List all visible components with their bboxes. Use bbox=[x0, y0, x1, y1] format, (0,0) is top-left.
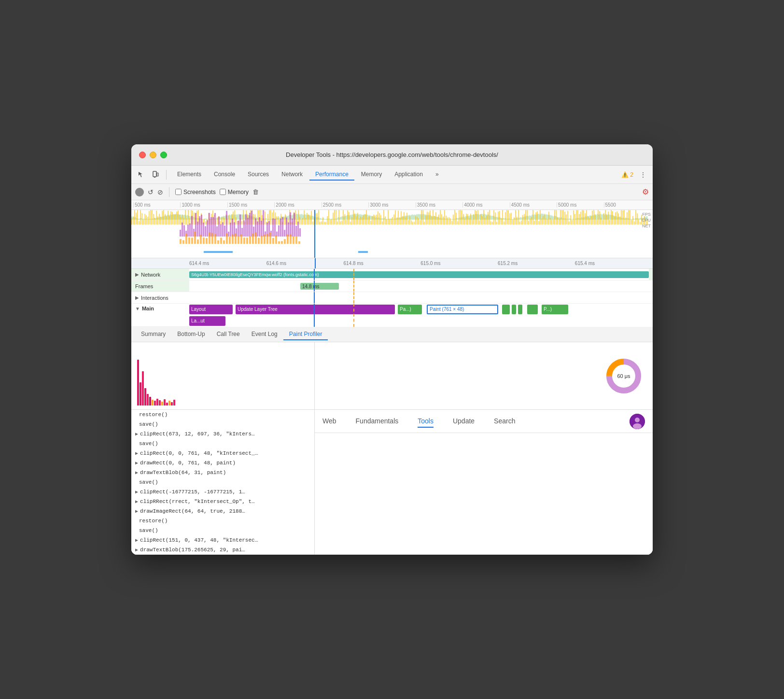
tab-call-tree[interactable]: Call Tree bbox=[211, 329, 246, 340]
interactions-label[interactable]: ▶ Interactions bbox=[131, 295, 189, 301]
profiler-bar-7 bbox=[152, 400, 154, 405]
tab-application[interactable]: Application bbox=[389, 169, 429, 181]
cmd-text-13: save() bbox=[139, 528, 158, 533]
tab-bottom-up[interactable]: Bottom-Up bbox=[171, 329, 210, 340]
minimize-button[interactable] bbox=[150, 152, 156, 158]
expand-arrow-5: ▶ bbox=[135, 489, 138, 495]
detail-mark-5: 615.4 ms bbox=[575, 261, 595, 266]
cmd-cliprect-1[interactable]: ▶ clipRect(673, 12, 697, 36, "kInters… bbox=[131, 429, 314, 439]
yellow-line-interactions bbox=[353, 292, 354, 303]
detail-ruler-marks: 614.4 ms 614.6 ms 614.8 ms 615.0 ms 615.… bbox=[189, 261, 595, 266]
update-layer-tree-bar[interactable]: Update Layer Tree bbox=[236, 305, 395, 314]
ruler-mark-7: 4000 ms bbox=[462, 202, 509, 208]
blue-line-network bbox=[314, 269, 315, 280]
warning-badge[interactable]: ⚠️ 2 bbox=[621, 171, 633, 178]
cmd-text-10: clipRRect(rrect, "kIntersect_Op", t… bbox=[140, 499, 255, 504]
blue-line-main bbox=[314, 304, 315, 327]
tab-elements[interactable]: Elements bbox=[171, 169, 207, 181]
cmd-drawimagerect[interactable]: ▶ drawImageRect(64, 64, true, 2188… bbox=[131, 506, 314, 516]
tab-paint-profiler[interactable]: Paint Profiler bbox=[283, 329, 328, 340]
nav-search[interactable]: Search bbox=[494, 415, 515, 428]
expand-arrow-3: ▶ bbox=[135, 460, 138, 466]
layout-sub-bar[interactable]: La...ut bbox=[189, 316, 225, 326]
cmd-drawtextblob-2[interactable]: ▶ drawTextBlob(175.265625, 29, pai… bbox=[131, 545, 314, 555]
close-button[interactable] bbox=[139, 152, 146, 158]
screenshots-checkbox[interactable] bbox=[175, 189, 182, 195]
nav-web[interactable]: Web bbox=[322, 415, 336, 428]
screenshots-checkbox-label[interactable]: Screenshots bbox=[175, 189, 216, 196]
inspect-icon[interactable] bbox=[135, 169, 147, 181]
cmd-save-4[interactable]: save() bbox=[131, 526, 314, 535]
cmd-cliprect-4[interactable]: ▶ clipRect(151, 0, 437, 48, "kIntersec… bbox=[131, 535, 314, 545]
record-button[interactable] bbox=[135, 188, 144, 196]
cmd-text-12: restore() bbox=[139, 518, 168, 524]
delete-button[interactable]: 🗑 bbox=[252, 188, 259, 196]
devtools-window: Developer Tools - https://developers.goo… bbox=[131, 144, 653, 555]
tab-performance[interactable]: Performance bbox=[309, 169, 354, 181]
cmd-cliprect-2[interactable]: ▶ clipRect(0, 0, 761, 48, "kIntersect_… bbox=[131, 448, 314, 458]
cmd-cliprrect[interactable]: ▶ clipRRect(rrect, "kIntersect_Op", t… bbox=[131, 497, 314, 506]
memory-checkbox[interactable] bbox=[220, 189, 226, 195]
cmd-text-14: clipRect(151, 0, 437, 48, "kIntersec… bbox=[140, 537, 258, 543]
profiler-bar-11 bbox=[161, 402, 163, 405]
timeline-ruler: 500 ms 1000 ms 1500 ms 2000 ms 2500 ms 3… bbox=[131, 200, 653, 210]
clear-button[interactable]: ⊘ bbox=[157, 188, 163, 196]
tab-sources[interactable]: Sources bbox=[242, 169, 275, 181]
layout-bar[interactable]: Layout bbox=[189, 305, 233, 314]
tab-event-log[interactable]: Event Log bbox=[246, 329, 283, 340]
paint-main-bar[interactable]: Paint (761 × 48) bbox=[427, 305, 498, 314]
maximize-button[interactable] bbox=[160, 152, 167, 158]
warning-icon: ⚠️ bbox=[621, 171, 629, 178]
profiler-bar-8 bbox=[154, 401, 156, 405]
frames-bar[interactable]: 14.8 ms bbox=[300, 283, 339, 290]
network-track: S6g4U3t-Y5UEw0IE80IlgEseQY3FEmqw.woff2 (… bbox=[189, 269, 649, 280]
tab-console[interactable]: Console bbox=[208, 169, 241, 181]
svg-rect-0 bbox=[153, 171, 156, 177]
cmd-save-1[interactable]: save() bbox=[131, 419, 314, 429]
cmd-drawrect[interactable]: ▶ drawRect(0, 0, 761, 48, paint) bbox=[131, 458, 314, 468]
ruler-mark-4: 2500 ms bbox=[322, 202, 368, 208]
nav-fundamentals[interactable]: Fundamentals bbox=[356, 415, 399, 428]
network-label[interactable]: ▶ Network bbox=[131, 272, 189, 278]
cmd-save-3[interactable]: save() bbox=[131, 477, 314, 487]
blue-line-interactions bbox=[314, 292, 315, 303]
yellow-line-main bbox=[353, 304, 354, 327]
tab-more[interactable]: » bbox=[430, 169, 445, 181]
tab-network[interactable]: Network bbox=[276, 169, 308, 181]
interactions-label-text: Interactions bbox=[141, 295, 168, 301]
more-menu-button[interactable]: ⋮ bbox=[637, 169, 649, 181]
nav-update[interactable]: Update bbox=[453, 415, 475, 428]
net-label: NET bbox=[642, 224, 651, 228]
paint-last-bar[interactable]: P...) bbox=[542, 305, 568, 314]
cmd-restore-2[interactable]: restore() bbox=[131, 516, 314, 526]
main-label[interactable]: ▼ Main bbox=[131, 304, 189, 311]
bottom-tabs: Summary Bottom-Up Call Tree Event Log Pa… bbox=[131, 327, 653, 342]
tab-summary[interactable]: Summary bbox=[135, 329, 171, 340]
user-avatar[interactable] bbox=[630, 414, 645, 429]
settings-icon[interactable]: ⚙ bbox=[642, 187, 649, 196]
cmd-restore-1[interactable]: restore() bbox=[131, 410, 314, 419]
network-bar[interactable]: S6g4U3t-Y5UEw0IE80IlgEseQY3FEmqw.woff2 (… bbox=[189, 271, 649, 278]
site-navigation: Web Fundamentals Tools Update Search bbox=[315, 410, 653, 433]
device-icon[interactable] bbox=[150, 169, 161, 181]
performance-chart[interactable]: FPS CPU NET bbox=[131, 210, 653, 258]
main-track: Layout Update Layer Tree Pa...) Paint (7… bbox=[189, 304, 653, 327]
ruler-mark-10: 5500 bbox=[604, 202, 651, 208]
right-panel: 60 μs Web Fundamentals Tools Update Sear… bbox=[315, 342, 653, 555]
memory-checkbox-label[interactable]: Memory bbox=[220, 189, 249, 196]
detail-mark-4: 615.2 ms bbox=[498, 261, 518, 266]
interactions-row: ▶ Interactions bbox=[131, 292, 653, 304]
cmd-save-2[interactable]: save() bbox=[131, 439, 314, 448]
nav-tools[interactable]: Tools bbox=[418, 415, 434, 428]
profiler-bar-2 bbox=[140, 382, 141, 405]
reload-button[interactable]: ↺ bbox=[148, 188, 154, 196]
ruler-mark-3: 2000 ms bbox=[274, 202, 321, 208]
toolbar-right: ⚠️ 2 ⋮ bbox=[621, 169, 649, 181]
cmd-drawtextblob-1[interactable]: ▶ drawTextBlob(64, 31, paint) bbox=[131, 468, 314, 477]
paint-small-bar[interactable]: Pa...) bbox=[398, 305, 422, 314]
cmd-cliprect-3[interactable]: ▶ clipRect(-16777215, -16777215, 1… bbox=[131, 487, 314, 497]
tab-memory[interactable]: Memory bbox=[355, 169, 388, 181]
website-preview-area: Web Fundamentals Tools Update Search bbox=[315, 410, 653, 555]
cmd-text-3: clipRect(673, 12, 697, 36, "kInters… bbox=[140, 431, 255, 437]
cmd-text-4: save() bbox=[139, 441, 158, 447]
